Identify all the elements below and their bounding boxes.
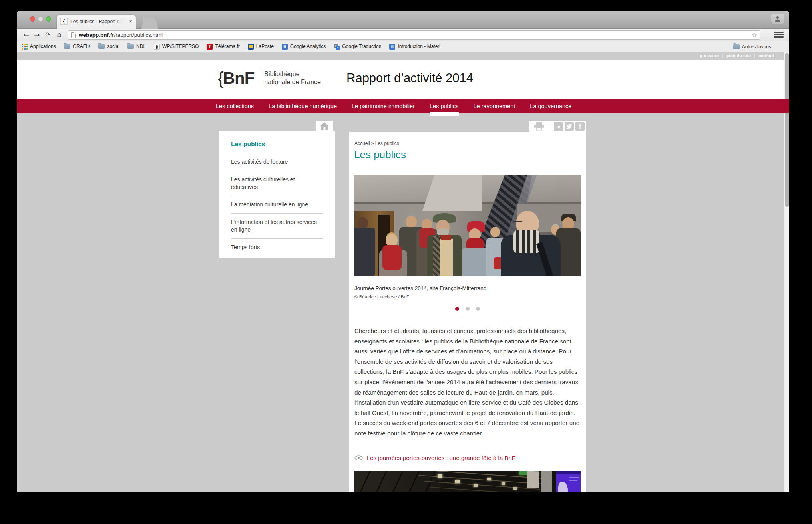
page-scrollbar[interactable] [784, 52, 789, 492]
address-bar[interactable]: webapp.bnf.fr/rapport/publics.html ☆ [68, 30, 760, 40]
bnf-bracket-glyph: { [218, 69, 223, 88]
facebook-icon[interactable]: f [575, 122, 585, 131]
browser-toolbar: ← → ⟳ ⌂ webapp.bnf.fr/rapport/publics.ht… [17, 29, 789, 41]
url-text: webapp.bnf.fr/rapport/publics.html [79, 32, 163, 38]
intro-paragraph: Chercheurs et étudiants, touristes et cu… [354, 326, 581, 439]
carousel-photo [354, 175, 581, 276]
home-button[interactable]: ⌂ [54, 30, 64, 40]
house-icon [320, 122, 329, 130]
bookmark-grafik[interactable]: GRAFIK [64, 44, 91, 49]
screenshot-canvas: { Les publics - Rapport d'act × ← → ⟳ ⌂ … [0, 0, 812, 524]
nav-les-collections[interactable]: Les collections [216, 99, 254, 113]
web-page: glossaire|plan du site|contact { BnF Bib… [17, 52, 789, 492]
bookmark-telerama[interactable]: TTélérama.fr [207, 44, 239, 50]
bookmark-social[interactable]: social [98, 44, 119, 49]
main-navigation: Les collections La bibliothèque numériqu… [17, 99, 789, 113]
close-window-button[interactable] [30, 16, 35, 22]
nav-bibliotheque-numerique[interactable]: La bibliothèque numérique [269, 99, 337, 113]
forward-button[interactable]: → [32, 30, 42, 40]
sidebar-item-activites-lecture[interactable]: Les activités de lecture [231, 153, 323, 171]
bookmark-wp-siteperso[interactable]: §WP/SITEPERSO [154, 44, 199, 50]
nav-les-publics[interactable]: Les publics [430, 99, 459, 113]
sidebar-item-mediation-culturelle[interactable]: La médiation culturelle en ligne [231, 196, 323, 213]
google-translate-icon: Aa [334, 44, 340, 50]
new-tab-button[interactable] [141, 18, 158, 29]
print-icon[interactable] [534, 122, 544, 131]
page-icon [71, 32, 76, 38]
see-also-link[interactable]: Les journées portes-ouvertes : une grand… [354, 455, 515, 461]
telerama-icon: T [207, 44, 213, 50]
section-sidebar: Les publics Les activités de lecture Les… [219, 131, 335, 258]
nav-le-rayonnement[interactable]: Le rayonnement [474, 99, 515, 113]
carousel-dot-2[interactable] [466, 307, 470, 311]
tab-close-icon[interactable]: × [129, 18, 133, 24]
breadcrumb-current: Les publics [375, 141, 399, 146]
folder-icon [733, 44, 740, 49]
photo-caption: Journée Portes ouvertes 2014, site Franç… [354, 285, 486, 291]
browser-menu-icon[interactable] [774, 32, 784, 38]
site-header: { BnF Bibliothèquenationale de France Ra… [17, 60, 789, 99]
apps-grid-icon [22, 44, 28, 50]
bnf-favicon: { [60, 18, 68, 25]
bookmark-ndl[interactable]: NDL [127, 44, 146, 49]
scrollbar-thumb[interactable] [785, 53, 789, 207]
material-icon: 8 [389, 44, 395, 50]
eye-icon [354, 455, 363, 460]
sidebar-heading[interactable]: Les publics [231, 139, 323, 153]
twitter-icon[interactable] [565, 122, 574, 131]
other-bookmarks-button[interactable]: Autres favoris [733, 41, 771, 52]
person-icon [774, 16, 781, 22]
photo-credit: © Béatrice Lucchese / BnF [354, 294, 409, 299]
utility-links: glossaire|plan du site|contact [17, 52, 789, 60]
bnf-logo[interactable]: { BnF Bibliothèquenationale de France [218, 69, 321, 88]
tab-strip: { Les publics - Rapport d'act × [17, 11, 789, 29]
bookmark-google-analytics[interactable]: 8Google Analytics [282, 44, 326, 50]
sidebar-item-information-services[interactable]: L'information et les autres services en … [231, 213, 323, 238]
breadcrumb: Accueil>Les publics [354, 141, 399, 146]
nav-patrimoine-immobilier[interactable]: Le patrimoine immobilier [352, 99, 415, 113]
share-toolbar: in f [529, 121, 586, 132]
second-article-photo [354, 471, 581, 492]
report-title: Rapport d’activité 2014 [346, 71, 473, 85]
link-glossaire[interactable]: glossaire [700, 53, 719, 58]
bookmark-laposte[interactable]: LaPoste [248, 44, 274, 50]
profile-button[interactable] [771, 14, 784, 24]
carousel-dots [349, 307, 586, 311]
folder-icon [127, 44, 134, 49]
folder-icon [64, 44, 70, 49]
bookmark-applications[interactable]: Applications [22, 44, 56, 50]
sidebar-item-activites-culturelles[interactable]: Les activités culturelles et éducatives [231, 171, 323, 196]
sidebar-item-temps-forts[interactable]: Temps forts [231, 238, 323, 256]
bookmark-google-traduction[interactable]: Aa Google Traduction [334, 44, 381, 50]
main-content: Accueil>Les publics Les publics [349, 132, 586, 492]
link-plan-du-site[interactable]: plan du site [726, 53, 751, 58]
home-tab-button[interactable] [316, 121, 333, 131]
google-analytics-icon: 8 [282, 44, 288, 50]
breadcrumb-accueil[interactable]: Accueil [354, 141, 370, 146]
carousel-dot-3[interactable] [476, 307, 480, 311]
bookmark-star-icon[interactable]: ☆ [752, 32, 757, 39]
folder-icon [98, 44, 105, 49]
bookmark-introduction-material[interactable]: 8Introduction - Materi [389, 44, 440, 50]
carousel-dot-1[interactable] [455, 307, 459, 311]
zoom-window-button[interactable] [46, 16, 51, 22]
back-button[interactable]: ← [22, 30, 31, 40]
page-title: Les publics [354, 149, 406, 161]
browser-tab[interactable]: { Les publics - Rapport d'act × [57, 15, 136, 29]
browser-window: { Les publics - Rapport d'act × ← → ⟳ ⌂ … [17, 11, 789, 492]
laposte-icon [248, 44, 254, 50]
linkedin-icon[interactable]: in [554, 122, 563, 131]
link-contact[interactable]: contact [758, 53, 774, 58]
bookmarks-bar: Applications GRAFIK social NDL §WP/SITEP… [17, 41, 789, 52]
url-domain: webapp.bnf.fr [79, 32, 114, 38]
url-path: /rapport/publics.html [114, 32, 163, 38]
nav-la-gouvernance[interactable]: La gouvernance [530, 99, 571, 113]
reload-button[interactable]: ⟳ [43, 30, 53, 40]
minimize-window-button[interactable] [38, 16, 43, 22]
section-mark-icon: § [154, 44, 160, 50]
